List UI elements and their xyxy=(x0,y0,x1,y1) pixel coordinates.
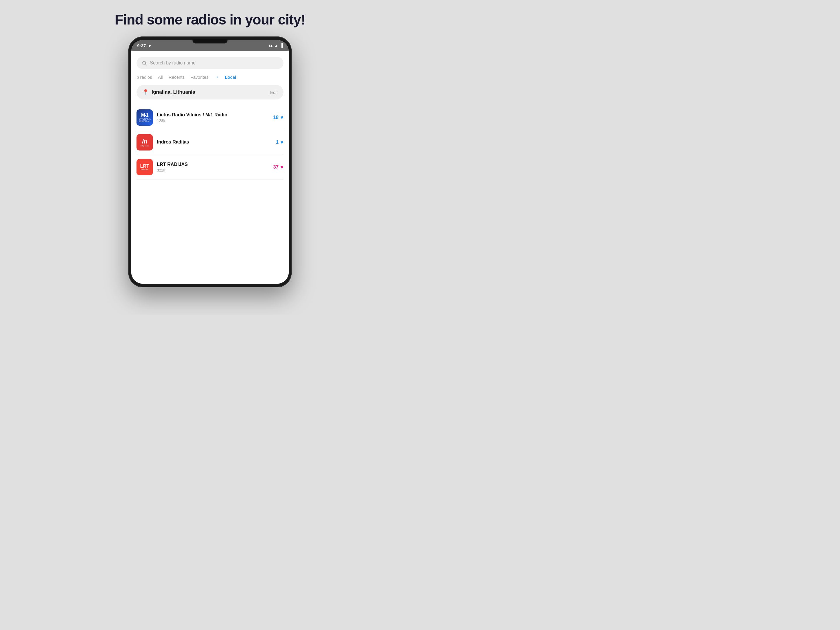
tab-favorites[interactable]: Favorites xyxy=(191,75,208,80)
radio-name-lrt: LRT RADIJAS xyxy=(157,162,269,167)
heart-icon-indros: ♥ xyxy=(280,139,284,145)
search-bar[interactable]: Search by radio name xyxy=(136,57,284,69)
location-edit-button[interactable]: Edit xyxy=(270,90,278,95)
page-title: Find some radios in your city! xyxy=(115,12,305,28)
radio-item-m1[interactable]: M-1 GYVENKIME LINKSMIAU Lietus Radio Vil… xyxy=(136,105,284,130)
radio-list: M-1 GYVENKIME LINKSMIAU Lietus Radio Vil… xyxy=(136,105,284,180)
location-bar[interactable]: 📍 Ignalina, Lithuania Edit xyxy=(136,85,284,99)
indros-logo-text: in xyxy=(142,138,147,145)
radio-info-m1: Lietus Radio Vilnius / M/1 Radio 128k xyxy=(157,112,269,123)
location-pin-icon: 📍 xyxy=(142,89,149,95)
location-name: Ignalina, Lithuania xyxy=(152,89,195,95)
lrt-logo-inner: LRT RADIJAS xyxy=(140,164,149,171)
status-time: 9:37 xyxy=(137,43,146,48)
radio-info-lrt: LRT RADIJAS 322k xyxy=(157,162,269,172)
tab-top-radios[interactable]: p radios xyxy=(136,75,152,80)
search-placeholder: Search by radio name xyxy=(150,60,196,66)
phone-frame: 9:37 ▶ ▾▴ ▲ ▐ Search by radio name xyxy=(128,36,292,287)
radio-item-lrt[interactable]: LRT RADIJAS LRT RADIJAS 322k 37 ♥ xyxy=(136,155,284,180)
radio-logo-lrt: LRT RADIJAS xyxy=(136,159,153,175)
phone-body: 9:37 ▶ ▾▴ ▲ ▐ Search by radio name xyxy=(128,36,292,287)
radio-item-indros[interactable]: in radijo stotis Indros Radijas 1 ♥ xyxy=(136,130,284,155)
radio-name-m1: Lietus Radio Vilnius / M/1 Radio xyxy=(157,112,269,118)
location-left: 📍 Ignalina, Lithuania xyxy=(142,89,195,95)
indros-logo-sub: radijo stotis xyxy=(141,145,149,147)
battery-icon: ▐ xyxy=(280,43,283,48)
likes-count-lrt: 37 xyxy=(273,164,278,170)
likes-count-m1: 18 xyxy=(273,115,278,120)
radio-name-indros: Indros Radijas xyxy=(157,139,272,145)
indros-logo-inner: in radijo stotis xyxy=(139,136,150,148)
search-icon xyxy=(142,60,147,66)
heart-icon-lrt: ♥ xyxy=(280,164,284,171)
wifi-icon: ▾▴ xyxy=(268,43,272,48)
tab-all[interactable]: All xyxy=(158,75,163,80)
heart-icon-m1: ♥ xyxy=(280,115,284,121)
tab-bar: p radios All Recents Favorites → Local xyxy=(136,74,284,80)
likes-count-indros: 1 xyxy=(276,139,278,145)
status-left: 9:37 ▶ xyxy=(137,43,151,48)
radio-logo-m1: M-1 GYVENKIME LINKSMIAU xyxy=(136,109,153,126)
status-right: ▾▴ ▲ ▐ xyxy=(268,43,283,48)
phone-notch xyxy=(193,39,227,43)
radio-bitrate-m1: 128k xyxy=(157,118,269,123)
play-icon: ▶ xyxy=(149,44,151,47)
radio-likes-m1[interactable]: 18 ♥ xyxy=(273,115,284,121)
app-content: Search by radio name p radios All Recent… xyxy=(131,51,289,284)
radio-likes-indros[interactable]: 1 ♥ xyxy=(276,139,284,145)
tab-recents[interactable]: Recents xyxy=(169,75,185,80)
lrt-logo-text: LRT xyxy=(140,164,149,169)
radio-info-indros: Indros Radijas xyxy=(157,139,272,145)
phone-screen: 9:37 ▶ ▾▴ ▲ ▐ Search by radio name xyxy=(131,40,289,284)
tab-local[interactable]: Local xyxy=(225,75,236,80)
lrt-logo-sub: RADIJAS xyxy=(141,169,148,171)
radio-likes-lrt[interactable]: 37 ♥ xyxy=(273,164,284,171)
svg-line-1 xyxy=(145,64,147,65)
tab-arrow-icon: → xyxy=(215,74,219,80)
m1-logo-text: M-1 xyxy=(141,112,148,118)
radio-logo-indros: in radijo stotis xyxy=(136,134,153,150)
m1-logo-subtext: GYVENKIME LINKSMIAU xyxy=(136,118,153,122)
signal-icon: ▲ xyxy=(274,43,278,48)
radio-bitrate-lrt: 322k xyxy=(157,168,269,172)
